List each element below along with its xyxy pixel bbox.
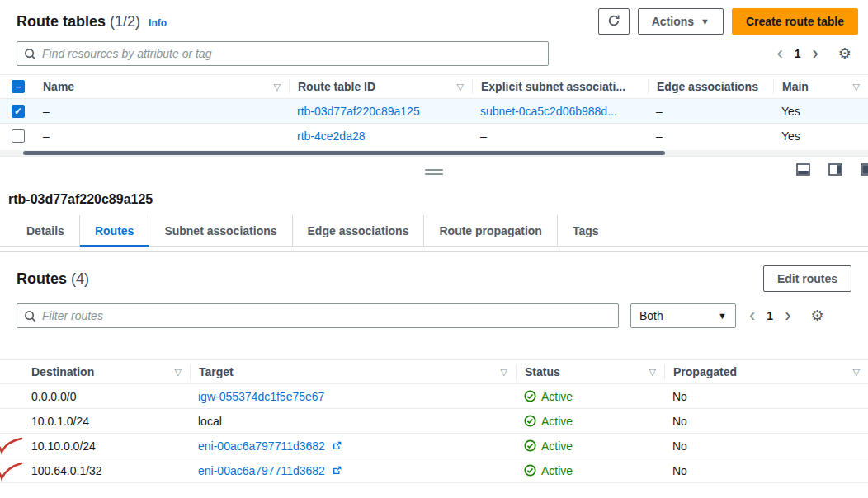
chevron-down-icon: ▼ (701, 16, 710, 26)
filter-icon[interactable]: ▽ (649, 367, 656, 378)
status-check-icon (524, 439, 536, 452)
filter-icon[interactable]: ▽ (274, 82, 281, 92)
routes-filter-box[interactable] (17, 303, 619, 328)
panel-side-icon[interactable] (828, 163, 842, 176)
tab-details[interactable]: Details (12, 215, 79, 246)
row-checkbox[interactable] (12, 129, 25, 143)
current-page[interactable]: 1 (767, 309, 773, 322)
cell-propagated: No (664, 390, 868, 403)
page-title: Route tables (1/2) (17, 13, 140, 31)
tab-subnet-associations[interactable]: Subnet associations (149, 215, 291, 246)
edit-routes-button[interactable]: Edit routes (763, 265, 851, 292)
target-link[interactable]: eni-00ac6a797711d3682 (198, 439, 325, 453)
cell-destination: 10.0.1.0/24 (0, 415, 190, 428)
external-link-icon[interactable] (332, 465, 342, 476)
route-row[interactable]: 0.0.0.0/0 igw-055374dc1f5e75e67 Active N… (0, 384, 868, 409)
actions-button[interactable]: Actions ▼ (638, 8, 724, 35)
status-active: Active (524, 439, 573, 453)
search-input[interactable] (42, 42, 541, 65)
cell-propagated: No (664, 415, 868, 428)
routes-header-row: Destination▽ Target▽ Status▽ Propagated▽ (0, 359, 868, 384)
current-page[interactable]: 1 (795, 47, 801, 60)
column-header-propagated[interactable]: Propagated▽ (664, 364, 868, 379)
table-row[interactable]: ✓ – rtb-03d77af220c89a125 subnet-0ca5c2d… (0, 99, 868, 124)
page-header: Route tables (1/2) Info Actions ▼ Create… (0, 0, 868, 35)
cell-edge: – (648, 105, 773, 118)
cell-name: – (35, 129, 289, 143)
routes-card: Routes (4) Edit routes Both ▼ ‹ 1 › ⚙ De… (0, 251, 868, 483)
horizontal-scrollbar-thumb[interactable] (23, 151, 665, 155)
cell-propagated: No (664, 439, 868, 453)
column-header-status[interactable]: Status▽ (516, 364, 664, 379)
route-row[interactable]: 100.64.0.1/32 eni-00ac6a797711d3682 Acti… (0, 458, 868, 483)
column-header-subnet-associations[interactable]: Explicit subnet associati... (472, 79, 648, 94)
settings-gear-icon[interactable]: ⚙ (838, 45, 851, 63)
detail-panel-title: rtb-03d77af220c89a125 (0, 190, 868, 215)
next-page-button[interactable]: › (813, 45, 818, 62)
column-header-edge-associations[interactable]: Edge associations (648, 79, 773, 94)
info-link[interactable]: Info (149, 17, 167, 29)
actions-button-label: Actions (652, 15, 694, 28)
route-table-id-link[interactable]: rtb-03d77af220c89a125 (297, 105, 420, 118)
cell-destination: 100.64.0.1/32 (0, 464, 190, 477)
refresh-button[interactable] (598, 8, 630, 35)
horizontal-scrollbar-track[interactable] (0, 150, 868, 156)
status-check-icon (524, 415, 536, 427)
external-link-icon[interactable] (332, 440, 342, 451)
column-header-main[interactable]: Main▽ (773, 79, 868, 94)
table-row[interactable]: – rtb-4ce2da28 – – Yes (0, 124, 868, 148)
tab-tags[interactable]: Tags (557, 215, 614, 246)
cell-main: Yes (773, 105, 868, 118)
filter-icon[interactable]: ▽ (175, 367, 182, 378)
tab-edge-associations[interactable]: Edge associations (292, 215, 424, 246)
toolbar-row: ‹ 1 › ⚙ (0, 35, 868, 71)
routes-count: (4) (71, 270, 89, 287)
filter-icon[interactable]: ▽ (853, 82, 860, 92)
filter-icon[interactable]: ▽ (501, 367, 507, 378)
status-active: Active (524, 415, 573, 428)
filter-icon[interactable]: ▽ (853, 367, 860, 378)
routes-table: Destination▽ Target▽ Status▽ Propagated▽… (0, 359, 868, 483)
detail-tabs: Details Routes Subnet associations Edge … (0, 215, 868, 247)
route-row[interactable]: 10.10.0.0/24 eni-00ac6a797711d3682 Activ… (0, 434, 868, 458)
route-type-selected-value: Both (639, 309, 663, 322)
column-header-name[interactable]: Name▽ (35, 79, 289, 94)
select-all-checkbox[interactable]: – (12, 80, 25, 93)
chevron-down-icon: ▼ (718, 311, 727, 321)
next-page-button[interactable]: › (785, 308, 790, 324)
cell-destination: 10.10.0.0/24 (0, 439, 190, 453)
status-active: Active (524, 390, 573, 403)
pagination: ‹ 1 › ⚙ (776, 45, 858, 63)
cell-propagated: No (664, 464, 868, 477)
prev-page-button[interactable]: ‹ (749, 308, 755, 324)
refresh-icon (607, 14, 620, 30)
subnet-association-link[interactable]: subnet-0ca5c2d06b988d... (480, 105, 617, 118)
create-route-table-button[interactable]: Create route table (732, 8, 858, 35)
panel-bottom-icon[interactable] (796, 163, 810, 176)
route-type-select[interactable]: Both ▼ (630, 303, 736, 328)
filter-icon[interactable]: ▽ (457, 82, 464, 92)
route-row[interactable]: 10.0.1.0/24 local Active No (0, 409, 868, 434)
column-header-route-table-id[interactable]: Route table ID▽ (289, 79, 472, 94)
tab-routes[interactable]: Routes (79, 215, 149, 246)
cell-main: Yes (773, 129, 868, 143)
prev-page-button[interactable]: ‹ (776, 45, 782, 62)
row-checkbox[interactable]: ✓ (12, 105, 25, 118)
create-route-table-label: Create route table (746, 15, 844, 28)
settings-gear-icon[interactable]: ⚙ (810, 307, 823, 325)
column-header-destination[interactable]: Destination▽ (0, 364, 190, 379)
panel-fullscreen-icon[interactable] (861, 163, 868, 176)
route-table-id-link[interactable]: rtb-4ce2da28 (297, 129, 366, 143)
column-header-target[interactable]: Target▽ (190, 364, 516, 379)
drag-handle-icon[interactable] (425, 167, 443, 177)
edit-routes-label: Edit routes (777, 272, 837, 285)
resource-search-box[interactable] (17, 41, 549, 66)
split-panel-divider[interactable] (0, 156, 868, 190)
target-link[interactable]: eni-00ac6a797711d3682 (198, 464, 325, 477)
routes-filter-input[interactable] (42, 304, 611, 327)
target-link[interactable]: igw-055374dc1f5e75e67 (198, 390, 324, 403)
tab-route-propagation[interactable]: Route propagation (423, 215, 556, 246)
table-header-row: – Name▽ Route table ID▽ Explicit subnet … (0, 74, 868, 99)
routes-filter-row: Both ▼ ‹ 1 › ⚙ (0, 292, 868, 328)
status-check-icon (524, 390, 536, 402)
